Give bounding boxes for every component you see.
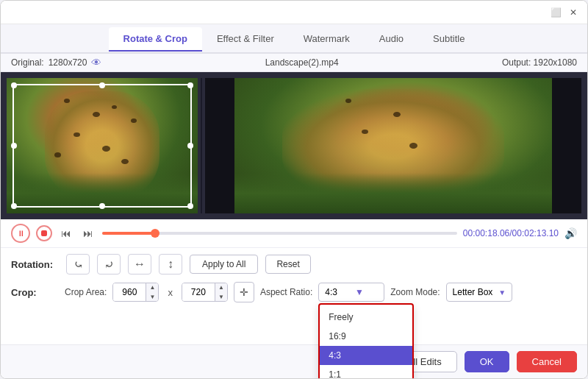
rotation-row: Rotation: ⤿ ⤾ ↔ ↕ Apply to All Reset	[11, 254, 577, 274]
output-resolution: 1920x1080	[534, 57, 577, 68]
original-label: Original:	[11, 57, 44, 68]
crop-handle-ml[interactable]	[11, 143, 17, 149]
footer-bar: Reset All Edits OK Cancel	[1, 344, 587, 378]
close-button[interactable]: ✕	[568, 7, 578, 18]
aspect-ratio-value: 4:3	[325, 287, 337, 297]
zoom-mode-value: Letter Box	[453, 287, 493, 297]
aspect-dropdown-container: 4:3 ▼ Freely 16:9 4:3 1:1 9:16	[318, 283, 384, 302]
output-info: Output: 1920x1080	[502, 57, 577, 68]
tab-watermark[interactable]: Watermark	[289, 27, 365, 52]
letterbox-right	[552, 78, 581, 213]
apply-to-all-button[interactable]: Apply to All	[190, 255, 258, 274]
total-time: 00:02:13.10	[512, 228, 559, 238]
original-resolution: 1280x720	[49, 57, 87, 68]
seek-progress	[102, 232, 155, 235]
playback-bar: ⏸ ⏮ ⏭ 00:00:18.06/00:02:13.10 🔊	[1, 219, 587, 248]
skip-back-button[interactable]: ⏮	[58, 226, 74, 241]
output-label: Output:	[502, 57, 531, 68]
aspect-ratio-select[interactable]: 4:3 ▼	[318, 283, 384, 302]
tab-rotate-crop[interactable]: Rotate & Crop	[109, 27, 202, 52]
crop-width-input-group: ▲ ▼	[112, 283, 159, 302]
height-up-button[interactable]: ▲	[215, 283, 227, 292]
crop-box[interactable]	[12, 84, 192, 208]
main-window: ⬜ ✕ Rotate & Crop Effect & Filter Waterm…	[0, 0, 588, 379]
crop-handle-mr[interactable]	[187, 143, 193, 149]
aspect-ratio-dropdown[interactable]: Freely 16:9 4:3 1:1 9:16	[318, 303, 414, 379]
preview-divider	[201, 78, 202, 213]
crop-handle-bl[interactable]	[11, 203, 17, 209]
preview-right-image	[234, 78, 552, 213]
minimize-button[interactable]: ⬜	[551, 7, 561, 18]
preview-right	[205, 78, 581, 213]
seek-thumb[interactable]	[151, 229, 159, 238]
letterbox-left	[205, 78, 234, 213]
rotate-right-button[interactable]: ⤾	[97, 254, 121, 274]
aspect-dropdown-arrow: ▼	[355, 287, 364, 297]
tab-effect-filter[interactable]: Effect & Filter	[202, 27, 289, 52]
aspect-option-freely[interactable]: Freely	[320, 308, 412, 327]
center-align-button[interactable]: ✛	[234, 282, 254, 302]
crop-width-input[interactable]	[113, 283, 146, 301]
preview-area	[1, 72, 587, 219]
width-spinner: ▲ ▼	[146, 283, 158, 302]
reset-button[interactable]: Reset	[265, 255, 310, 274]
eye-icon[interactable]: 👁	[91, 57, 101, 68]
zoom-mode-group: Zoom Mode: Letter Box ▼	[390, 283, 512, 302]
stop-icon	[41, 230, 47, 236]
height-down-button[interactable]: ▼	[215, 292, 227, 302]
tabs-bar: Rotate & Crop Effect & Filter Watermark …	[1, 24, 587, 54]
original-info: Original: 1280x720 👁	[11, 57, 101, 68]
width-down-button[interactable]: ▼	[146, 292, 158, 302]
info-bar: Original: 1280x720 👁 Landscape(2).mp4 Ou…	[1, 54, 587, 72]
times-symbol: x	[165, 287, 176, 298]
flip-horizontal-button[interactable]: ↔	[128, 254, 151, 274]
rotation-label: Rotation:	[11, 259, 59, 270]
zoom-mode-label: Zoom Mode:	[390, 287, 440, 297]
cancel-button[interactable]: Cancel	[517, 351, 577, 372]
seek-bar[interactable]	[102, 232, 457, 235]
crop-handle-tr[interactable]	[187, 82, 193, 88]
volume-icon[interactable]: 🔊	[564, 227, 577, 239]
crop-area-label: Crop Area:	[65, 287, 107, 297]
crop-row: Crop: Crop Area: ▲ ▼ x ▲ ▼ ✛ Aspect R	[11, 282, 577, 302]
crop-handle-br[interactable]	[187, 203, 193, 209]
crop-handle-bm[interactable]	[99, 203, 105, 209]
time-display: 00:00:18.06/00:02:13.10	[463, 228, 559, 238]
pause-button[interactable]: ⏸	[11, 224, 30, 243]
stop-button[interactable]	[36, 225, 52, 241]
tab-audio[interactable]: Audio	[365, 27, 418, 52]
preview-left	[7, 78, 198, 213]
rotate-left-button[interactable]: ⤿	[66, 254, 90, 274]
aspect-option-4-3[interactable]: 4:3	[320, 346, 412, 365]
ok-button[interactable]: OK	[465, 351, 509, 372]
crop-label: Crop:	[11, 287, 59, 298]
aspect-ratio-group: Aspect Ratio: 4:3 ▼ Freely 16:9 4:3 1:1 …	[260, 283, 384, 302]
current-time: 00:00:18.06	[463, 228, 509, 238]
crop-handle-tm[interactable]	[99, 82, 105, 88]
crop-height-input-group: ▲ ▼	[182, 283, 228, 302]
crop-handle-tl[interactable]	[11, 82, 17, 88]
width-up-button[interactable]: ▲	[146, 283, 158, 292]
window-controls: ⬜ ✕	[551, 7, 578, 18]
zoom-dropdown-arrow: ▼	[498, 288, 506, 297]
height-spinner: ▲ ▼	[215, 283, 227, 302]
aspect-option-16-9[interactable]: 16:9	[320, 327, 412, 346]
aspect-option-1-1[interactable]: 1:1	[320, 365, 412, 379]
aspect-ratio-label: Aspect Ratio:	[260, 287, 312, 297]
flip-vertical-button[interactable]: ↕	[159, 254, 182, 274]
crop-height-input[interactable]	[182, 283, 215, 301]
skip-forward-button[interactable]: ⏭	[80, 226, 96, 241]
filename: Landscape(2).mp4	[265, 57, 339, 68]
zoom-mode-select[interactable]: Letter Box ▼	[446, 283, 513, 302]
title-bar: ⬜ ✕	[1, 1, 587, 24]
tab-subtitle[interactable]: Subtitle	[418, 27, 479, 52]
controls-area: Rotation: ⤿ ⤾ ↔ ↕ Apply to All Reset Cro…	[1, 248, 587, 308]
